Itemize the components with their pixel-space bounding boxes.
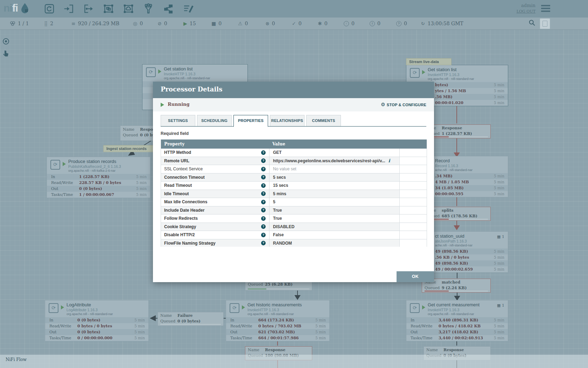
tab-relationships[interactable]: RELATIONSHIPS — [270, 115, 304, 126]
invalid-icon: ⚠ — [238, 21, 243, 26]
nifi-logo: nifi — [4, 2, 29, 14]
required-field-note: Required field — [161, 131, 189, 136]
table-row: Include Date Header? True — [161, 206, 427, 215]
logout-link[interactable]: LOG OUT — [517, 9, 536, 14]
help-icon[interactable]: ? — [261, 150, 266, 155]
table-row: FlowFile Naming Strategy? RANDOM — [161, 239, 427, 247]
help-icon[interactable]: ? — [261, 183, 266, 188]
tab-properties[interactable]: PROPERTIES — [233, 115, 268, 127]
running-icon: ▶ — [183, 21, 187, 26]
breadcrumb[interactable]: NiFi Flow — [6, 357, 27, 362]
drag-template-icon[interactable] — [163, 3, 174, 14]
processor-icon: ⟳ — [410, 303, 420, 313]
nifi-app: Stream live-data Ingest station records … — [0, 0, 588, 368]
help-icon[interactable]: ? — [261, 216, 266, 221]
table-row: Connection Timeout? 5 secs — [161, 173, 427, 182]
running-icon — [422, 305, 425, 309]
running-icon — [63, 162, 66, 166]
birdseye-button[interactable] — [1, 38, 10, 47]
drag-input-port-icon[interactable] — [63, 3, 75, 14]
table-row: Idle Timeout? 5 mins — [161, 190, 427, 198]
processor-icon: ⟳ — [50, 160, 60, 170]
ok-button[interactable]: OK — [397, 271, 434, 282]
info-icon[interactable]: i — [388, 158, 390, 163]
stop-and-configure-button[interactable]: ⚙STOP & CONFIGURE — [381, 102, 426, 107]
table-header: Property Value — [161, 139, 427, 149]
table-row: Remote URL? https://www.pegelonline.wsv.… — [161, 157, 427, 165]
running-icon — [61, 305, 64, 309]
drag-output-port-icon[interactable] — [83, 3, 94, 14]
up-to-date-icon: ✓ — [292, 21, 296, 26]
drag-processor-icon[interactable] — [44, 3, 55, 14]
table-row: HTTP Method? GET — [161, 149, 427, 157]
gear-icon: ⚙ — [381, 102, 385, 107]
transmitting-icon: ◎ — [133, 21, 137, 26]
dialog-tabs: SETTINGS SCHEDULING PROPERTIES RELATIONS… — [161, 115, 426, 127]
processor-icon: ⟳ — [49, 303, 58, 313]
global-menu-icon[interactable] — [541, 5, 550, 12]
properties-table: Property Value HTTP Method? GET Remote U… — [161, 139, 427, 247]
active-threads-icon: ⣿ — [44, 21, 48, 26]
table-row: SSL Context Service? No value set — [161, 165, 427, 173]
stopped-icon: ■ — [211, 21, 216, 26]
drag-process-group-icon[interactable] — [103, 3, 114, 14]
connection-label-failure[interactable]: NameFailure Queued0 (0 bytes) — [158, 312, 224, 326]
processor-produce-station-records[interactable]: ⟳ Produce station records PublishKafkaRe… — [47, 157, 150, 198]
threads-icon: ▦ — [497, 303, 500, 308]
connection-label-response[interactable]: NameResponse Queued0 (0 bytes) — [120, 125, 154, 141]
processor-icon: ⟳ — [410, 68, 420, 78]
running-icon — [242, 305, 245, 309]
drag-label-icon[interactable] — [183, 3, 194, 14]
tab-settings[interactable]: SETTINGS — [161, 115, 195, 126]
processor-get-current-measurement[interactable]: ⟳ Get current measurement InvokeHTTP 1.1… — [406, 300, 508, 341]
nifi-drop-icon — [20, 2, 29, 14]
table-row: Follow Redirects? True — [161, 214, 427, 223]
current-user: admin — [517, 3, 536, 8]
queue-size-bar — [425, 136, 488, 137]
threads-icon: ▦ — [497, 234, 500, 239]
help-icon[interactable]: ? — [261, 158, 266, 163]
stale-icon: ↑ — [344, 21, 349, 26]
drag-funnel-icon[interactable] — [143, 3, 154, 14]
label-ingest-station-records[interactable]: Ingest station records — [103, 145, 154, 152]
side-panel-button[interactable] — [540, 18, 550, 29]
locally-modified-stale-icon: ! — [370, 21, 375, 26]
processor-icon: ⟳ — [230, 303, 239, 313]
running-icon — [422, 70, 425, 74]
table-row: Disable HTTP/2? False — [161, 231, 427, 239]
dialog-header: Processor Details — [153, 82, 434, 98]
help-icon[interactable]: ? — [261, 200, 266, 204]
table-row: Cookie Strategy? DISABLED — [161, 223, 427, 231]
help-icon[interactable]: ? — [261, 208, 266, 212]
last-refresh-time: 13:00:58 GMT — [428, 21, 463, 26]
not-transmitting-icon: ⊘ — [158, 21, 162, 26]
running-icon — [158, 69, 161, 74]
help-icon[interactable]: ? — [261, 224, 266, 229]
table-row: Read Timeout? 15 secs — [161, 182, 427, 190]
search-button[interactable] — [528, 19, 537, 28]
processor-get-historic-measurements[interactable]: ⟳ Get historic measurements InvokeHTTP 1… — [226, 300, 330, 341]
drag-remote-process-group-icon[interactable] — [123, 3, 134, 14]
tab-scheduling[interactable]: SCHEDULING — [197, 115, 232, 126]
help-icon[interactable]: ? — [261, 241, 266, 245]
help-icon[interactable]: ? — [261, 233, 266, 237]
tab-comments[interactable]: COMMENTS — [306, 115, 341, 126]
refresh-icon[interactable]: ↻ — [421, 21, 425, 26]
hand-tool-button[interactable] — [1, 49, 10, 59]
processor-details-dialog: Processor Details Running ⚙STOP & CONFIG… — [153, 82, 434, 282]
app-header: nifi ad — [0, 0, 588, 18]
label-stream-live-data[interactable]: Stream live-data — [406, 58, 451, 65]
help-icon[interactable]: ? — [261, 191, 266, 196]
processor-log-attribute[interactable]: ⟳ LogAttribute LogAttribute 1.16.3 org.a… — [45, 300, 149, 341]
help-icon[interactable]: ? — [261, 175, 266, 179]
queued-icon: ≡ — [71, 21, 76, 26]
queue-size-bar — [248, 288, 309, 289]
table-row: Max Idle Connections? 5 — [161, 198, 427, 206]
flow-status-bar: 1 / 1 ⣿2 ≡920 / 264.29 MB ◎0 ⊘0 ▶15 ■0 ⚠… — [0, 18, 588, 30]
queue-size-bar — [425, 291, 488, 292]
queue-size-bar — [425, 219, 488, 220]
run-state: Running — [168, 102, 190, 107]
dialog-title: Processor Details — [161, 86, 222, 93]
help-icon[interactable]: ? — [261, 167, 266, 171]
processor-icon: ⟳ — [146, 67, 156, 77]
